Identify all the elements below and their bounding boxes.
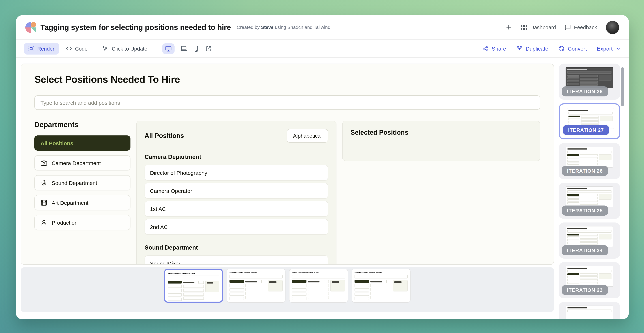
thumbnail-search-bar: [230, 275, 282, 279]
department-label: Camera Department: [52, 160, 101, 166]
all-positions-title: All Positions: [144, 132, 184, 140]
iteration-thumbnail: [566, 306, 613, 319]
cursor-icon: [102, 45, 108, 52]
thumbnail-title: Select Positions Needed To Hire: [230, 272, 262, 273]
feedback-button[interactable]: Feedback: [565, 24, 597, 30]
toolbar: Render Code Click to Update: [16, 40, 629, 58]
department-label: Production: [52, 219, 78, 226]
iteration-label: ITERATION 23: [562, 285, 608, 295]
creator-name: Steve: [261, 24, 274, 30]
all-positions-header: All Positions Alphabetical: [144, 129, 328, 143]
version-thumbnail[interactable]: Select Positions Needed To Hire: [352, 269, 410, 303]
thumbnail-title: Select Positions Needed To Hire: [354, 272, 388, 273]
app-columns: Departments All Positions Camera Departm…: [34, 121, 540, 265]
department-filter-sound[interactable]: Sound Department: [34, 175, 130, 190]
iteration-label: ITERATION 25: [562, 206, 608, 216]
version-thumbnail-selected[interactable]: Select Positions Needed To Hire: [164, 269, 223, 303]
thumbnail-title: Select Positions Needed To Hire: [168, 272, 200, 274]
camera-icon: [40, 159, 47, 166]
position-item[interactable]: Sound Mixer: [144, 255, 328, 265]
magic-patterns-logo[interactable]: [25, 22, 36, 33]
feedback-label: Feedback: [574, 24, 597, 30]
user-avatar[interactable]: [606, 20, 620, 34]
workspace: Select Positions Needed To Hire Departme…: [16, 58, 629, 319]
dashboard-button[interactable]: Dashboard: [521, 24, 556, 30]
iteration-card-27-selected[interactable]: ITERATION 27: [559, 103, 620, 139]
department-filter-camera[interactable]: Camera Department: [34, 155, 130, 170]
iteration-card-partial[interactable]: [559, 302, 620, 319]
department-filter-art[interactable]: Art Department: [34, 195, 130, 210]
toolbar-divider: [154, 44, 155, 53]
logo-quadrant: [31, 22, 36, 27]
all-positions-panel: All Positions Alphabetical Camera Depart…: [136, 121, 336, 265]
code-tab[interactable]: Code: [66, 45, 88, 52]
iterations-scrollbar[interactable]: [621, 67, 624, 106]
selected-positions-panel: Selected Positions: [342, 121, 540, 161]
iteration-thumbnail: [566, 147, 613, 168]
microphone-icon: [40, 179, 47, 186]
logo-quadrant: [31, 27, 36, 33]
position-item[interactable]: Camera Operator: [144, 183, 328, 199]
department-filter-all-positions[interactable]: All Positions: [34, 135, 130, 151]
iteration-card-25[interactable]: ITERATION 25: [559, 183, 620, 219]
duplicate-label: Duplicate: [526, 45, 548, 52]
export-label: Export: [597, 45, 612, 52]
iteration-thumbnail: [566, 186, 613, 207]
iteration-label: ITERATION 24: [562, 245, 608, 255]
search-input[interactable]: [34, 95, 540, 110]
app-title: Select Positions Needed To Hire: [34, 74, 540, 85]
version-carousel: Select Positions Needed To Hire Select P…: [20, 267, 554, 312]
page-background: Tagging system for selecting positions n…: [0, 0, 644, 333]
convert-button[interactable]: Convert: [558, 45, 587, 52]
chevron-down-icon: [616, 46, 621, 51]
iteration-card-28[interactable]: ITERATION 28: [559, 63, 620, 100]
iteration-thumbnail: [566, 266, 613, 287]
convert-label: Convert: [568, 45, 587, 52]
iteration-label: ITERATION 26: [562, 166, 608, 176]
department-filter-production[interactable]: Production: [34, 215, 130, 230]
export-button[interactable]: Export: [597, 45, 621, 52]
iteration-thumbnail: [566, 226, 613, 247]
duplicate-button[interactable]: Duplicate: [516, 45, 548, 52]
dashboard-label: Dashboard: [530, 24, 556, 30]
desktop-view-button[interactable]: [162, 43, 174, 54]
code-icon: [66, 45, 72, 52]
iteration-card-26[interactable]: ITERATION 26: [559, 143, 620, 179]
department-label: Sound Department: [52, 180, 97, 186]
logo-quadrant: [25, 27, 31, 33]
thumbnail-title: Select Positions Needed To Hire: [292, 272, 325, 273]
fork-icon: [516, 45, 522, 52]
toolbar-right-actions: Share Duplicate Convert Export: [482, 45, 621, 52]
render-tab[interactable]: Render: [24, 43, 59, 54]
iteration-label: ITERATION 28: [562, 86, 608, 96]
plus-icon[interactable]: [506, 24, 512, 31]
iteration-card-23[interactable]: ITERATION 23: [559, 262, 620, 298]
share-label: Share: [492, 45, 506, 52]
logo-quadrant: [25, 22, 31, 27]
share-button[interactable]: Share: [482, 45, 506, 52]
department-label: All Positions: [40, 140, 73, 146]
laptop-view-button[interactable]: [180, 45, 187, 52]
click-to-update-button[interactable]: Click to Update: [102, 45, 147, 52]
share-icon: [482, 45, 488, 52]
thumbnail-search-bar: [168, 276, 219, 279]
click-to-update-label: Click to Update: [112, 46, 147, 51]
open-in-new-window-button[interactable]: [205, 45, 212, 52]
version-thumbnail[interactable]: Select Positions Needed To Hire: [289, 269, 348, 303]
position-item[interactable]: Director of Photography: [144, 165, 328, 181]
iteration-card-24[interactable]: ITERATION 24: [559, 223, 620, 259]
speech-bubble-icon: [565, 24, 571, 30]
render-icon: [28, 46, 34, 51]
grid-icon: [521, 24, 528, 30]
code-label: Code: [75, 46, 88, 51]
iteration-label: ITERATION 27: [563, 125, 609, 135]
position-item[interactable]: 1st AC: [144, 201, 328, 217]
mobile-view-button[interactable]: [193, 45, 199, 52]
group-heading-sound: Sound Department: [144, 244, 328, 251]
device-toggle-group: [162, 43, 212, 54]
render-label: Render: [37, 46, 54, 51]
toolbar-divider: [95, 44, 95, 53]
version-thumbnail[interactable]: Select Positions Needed To Hire: [226, 269, 286, 303]
position-item[interactable]: 2nd AC: [144, 219, 328, 235]
alphabetical-sort-button[interactable]: Alphabetical: [286, 129, 328, 143]
